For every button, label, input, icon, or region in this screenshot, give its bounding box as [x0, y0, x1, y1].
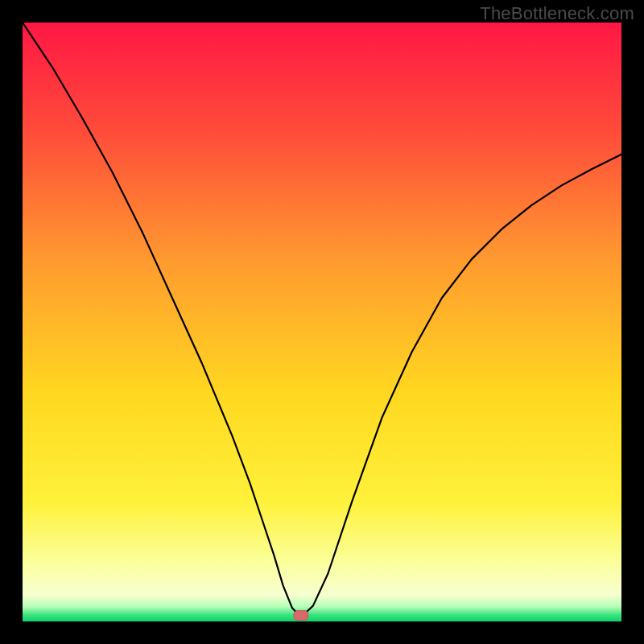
- plot-area: [23, 23, 621, 621]
- plot-background: [23, 23, 621, 621]
- chart-frame: TheBottleneck.com: [0, 0, 644, 644]
- min-marker: [294, 611, 308, 621]
- watermark-text: TheBottleneck.com: [480, 3, 634, 24]
- plot-svg: [23, 23, 621, 621]
